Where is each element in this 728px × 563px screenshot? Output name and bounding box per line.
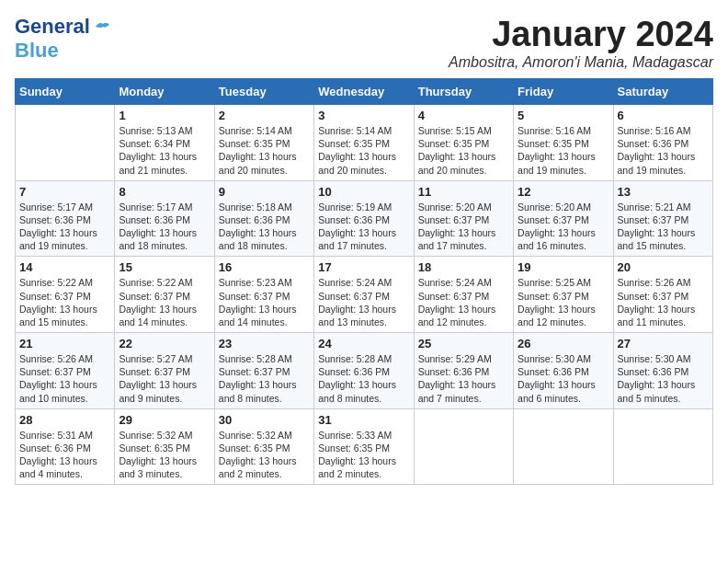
calendar-cell: 11Sunrise: 5:20 AMSunset: 6:37 PMDayligh… (414, 180, 513, 257)
day-info: Sunrise: 5:13 AMSunset: 6:34 PMDaylight:… (119, 124, 210, 177)
day-number: 6 (618, 109, 709, 122)
day-info: Sunrise: 5:26 AMSunset: 6:37 PMDaylight:… (618, 276, 709, 328)
day-info: Sunrise: 5:24 AMSunset: 6:37 PMDaylight:… (318, 276, 409, 328)
calendar-cell: 24Sunrise: 5:28 AMSunset: 6:36 PMDayligh… (314, 333, 414, 409)
weekday-header-friday: Friday (514, 79, 613, 105)
day-number: 9 (219, 185, 310, 199)
day-info: Sunrise: 5:23 AMSunset: 6:37 PMDaylight:… (219, 276, 310, 328)
weekday-header-tuesday: Tuesday (214, 79, 313, 105)
day-number: 29 (119, 413, 210, 427)
calendar-cell: 27Sunrise: 5:30 AMSunset: 6:36 PMDayligh… (613, 333, 712, 409)
day-info: Sunrise: 5:31 AMSunset: 6:36 PMDaylight:… (19, 429, 110, 481)
day-number: 23 (219, 337, 310, 350)
day-info: Sunrise: 5:16 AMSunset: 6:36 PMDaylight:… (618, 124, 709, 177)
calendar-table: SundayMondayTuesdayWednesdayThursdayFrid… (15, 78, 713, 485)
day-number: 4 (418, 109, 509, 122)
day-info: Sunrise: 5:22 AMSunset: 6:37 PMDaylight:… (119, 276, 210, 328)
calendar-cell: 25Sunrise: 5:29 AMSunset: 6:36 PMDayligh… (414, 333, 513, 409)
day-info: Sunrise: 5:20 AMSunset: 6:37 PMDaylight:… (418, 201, 509, 253)
calendar-cell: 14Sunrise: 5:22 AMSunset: 6:37 PMDayligh… (16, 257, 115, 333)
day-number: 7 (19, 185, 110, 199)
day-info: Sunrise: 5:29 AMSunset: 6:36 PMDaylight:… (418, 352, 509, 405)
day-info: Sunrise: 5:26 AMSunset: 6:37 PMDaylight:… (19, 352, 110, 405)
logo-general: General (15, 15, 90, 39)
calendar-cell: 18Sunrise: 5:24 AMSunset: 6:37 PMDayligh… (414, 257, 513, 333)
day-info: Sunrise: 5:15 AMSunset: 6:35 PMDaylight:… (418, 124, 509, 177)
calendar-cell: 26Sunrise: 5:30 AMSunset: 6:36 PMDayligh… (514, 333, 613, 409)
calendar-cell: 1Sunrise: 5:13 AMSunset: 6:34 PMDaylight… (115, 105, 214, 181)
calendar-cell: 7Sunrise: 5:17 AMSunset: 6:36 PMDaylight… (16, 180, 115, 257)
calendar-week-row: 28Sunrise: 5:31 AMSunset: 6:36 PMDayligh… (16, 408, 713, 485)
day-number: 16 (219, 260, 310, 274)
day-info: Sunrise: 5:24 AMSunset: 6:37 PMDaylight:… (418, 276, 509, 328)
calendar-cell (613, 408, 712, 485)
logo: General Blue (15, 15, 110, 63)
day-number: 14 (19, 260, 110, 274)
day-number: 3 (318, 109, 409, 122)
calendar-cell: 16Sunrise: 5:23 AMSunset: 6:37 PMDayligh… (214, 257, 313, 333)
calendar-week-row: 1Sunrise: 5:13 AMSunset: 6:34 PMDaylight… (16, 105, 713, 181)
day-number: 26 (518, 337, 609, 350)
day-info: Sunrise: 5:20 AMSunset: 6:37 PMDaylight:… (518, 201, 609, 253)
day-number: 19 (518, 260, 609, 274)
day-info: Sunrise: 5:14 AMSunset: 6:35 PMDaylight:… (219, 124, 310, 177)
weekday-header-saturday: Saturday (613, 79, 712, 105)
calendar-cell: 22Sunrise: 5:27 AMSunset: 6:37 PMDayligh… (115, 333, 214, 409)
page-header: General Blue January 2024 Ambositra, Amo… (15, 15, 713, 71)
calendar-cell: 9Sunrise: 5:18 AMSunset: 6:36 PMDaylight… (214, 180, 313, 257)
day-number: 21 (19, 337, 110, 350)
day-number: 11 (418, 185, 509, 199)
day-number: 18 (418, 260, 509, 274)
day-number: 28 (19, 413, 110, 427)
day-info: Sunrise: 5:19 AMSunset: 6:36 PMDaylight:… (318, 201, 409, 253)
weekday-header-thursday: Thursday (414, 79, 513, 105)
calendar-cell: 4Sunrise: 5:15 AMSunset: 6:35 PMDaylight… (414, 105, 513, 181)
day-number: 13 (618, 185, 709, 199)
title-area: January 2024 Ambositra, Amoron'i Mania, … (449, 15, 713, 71)
calendar-cell: 19Sunrise: 5:25 AMSunset: 6:37 PMDayligh… (514, 257, 613, 333)
calendar-cell: 17Sunrise: 5:24 AMSunset: 6:37 PMDayligh… (314, 257, 414, 333)
logo-blue: Blue (15, 39, 59, 62)
day-info: Sunrise: 5:14 AMSunset: 6:35 PMDaylight:… (318, 124, 409, 177)
weekday-header-monday: Monday (115, 79, 214, 105)
day-number: 15 (119, 260, 210, 274)
day-info: Sunrise: 5:16 AMSunset: 6:35 PMDaylight:… (518, 124, 609, 177)
day-number: 25 (418, 337, 509, 350)
weekday-header-wednesday: Wednesday (314, 79, 414, 105)
calendar-cell: 31Sunrise: 5:33 AMSunset: 6:35 PMDayligh… (314, 408, 414, 485)
day-info: Sunrise: 5:32 AMSunset: 6:35 PMDaylight:… (219, 429, 310, 481)
calendar-cell (514, 408, 613, 485)
day-info: Sunrise: 5:27 AMSunset: 6:37 PMDaylight:… (119, 352, 210, 405)
day-info: Sunrise: 5:30 AMSunset: 6:36 PMDaylight:… (618, 352, 709, 405)
day-number: 31 (318, 413, 409, 427)
calendar-cell: 30Sunrise: 5:32 AMSunset: 6:35 PMDayligh… (214, 408, 313, 485)
weekday-header-sunday: Sunday (16, 79, 115, 105)
calendar-cell: 21Sunrise: 5:26 AMSunset: 6:37 PMDayligh… (16, 333, 115, 409)
day-info: Sunrise: 5:30 AMSunset: 6:36 PMDaylight:… (518, 352, 609, 405)
calendar-cell: 5Sunrise: 5:16 AMSunset: 6:35 PMDaylight… (514, 105, 613, 181)
day-info: Sunrise: 5:22 AMSunset: 6:37 PMDaylight:… (19, 276, 110, 328)
calendar-cell: 2Sunrise: 5:14 AMSunset: 6:35 PMDaylight… (214, 105, 313, 181)
location-subtitle: Ambositra, Amoron'i Mania, Madagascar (449, 54, 713, 71)
day-info: Sunrise: 5:17 AMSunset: 6:36 PMDaylight:… (119, 201, 210, 253)
day-info: Sunrise: 5:28 AMSunset: 6:36 PMDaylight:… (318, 352, 409, 405)
month-title: January 2024 (449, 15, 713, 54)
calendar-cell: 10Sunrise: 5:19 AMSunset: 6:36 PMDayligh… (314, 180, 414, 257)
day-info: Sunrise: 5:32 AMSunset: 6:35 PMDaylight:… (119, 429, 210, 481)
day-number: 5 (518, 109, 609, 122)
day-info: Sunrise: 5:17 AMSunset: 6:36 PMDaylight:… (19, 201, 110, 253)
calendar-cell: 12Sunrise: 5:20 AMSunset: 6:37 PMDayligh… (514, 180, 613, 257)
day-number: 2 (219, 109, 310, 122)
calendar-cell: 6Sunrise: 5:16 AMSunset: 6:36 PMDaylight… (613, 105, 712, 181)
calendar-cell: 8Sunrise: 5:17 AMSunset: 6:36 PMDaylight… (115, 180, 214, 257)
day-number: 27 (618, 337, 709, 350)
calendar-cell: 20Sunrise: 5:26 AMSunset: 6:37 PMDayligh… (613, 257, 712, 333)
day-number: 30 (219, 413, 310, 427)
day-number: 17 (318, 260, 409, 274)
day-number: 8 (119, 185, 210, 199)
day-number: 12 (518, 185, 609, 199)
day-info: Sunrise: 5:28 AMSunset: 6:37 PMDaylight:… (219, 352, 310, 405)
day-info: Sunrise: 5:18 AMSunset: 6:36 PMDaylight:… (219, 201, 310, 253)
calendar-cell: 23Sunrise: 5:28 AMSunset: 6:37 PMDayligh… (214, 333, 313, 409)
day-info: Sunrise: 5:33 AMSunset: 6:35 PMDaylight:… (318, 429, 409, 481)
